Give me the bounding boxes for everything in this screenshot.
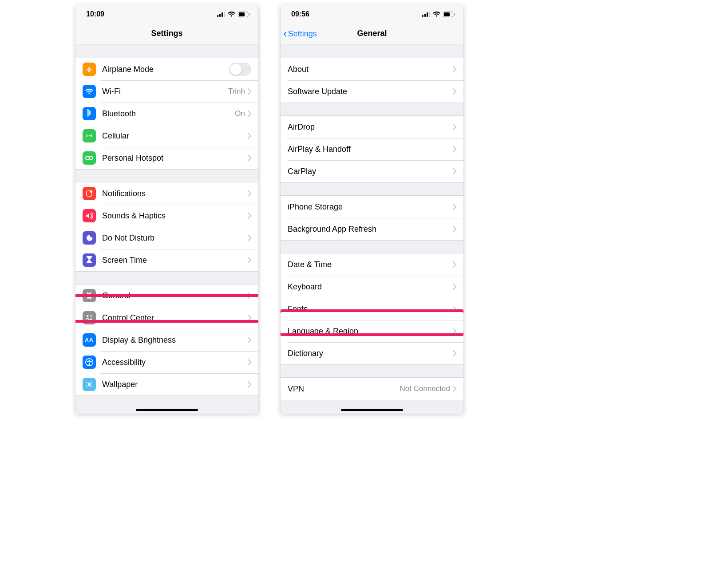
row-label: Do Not Disturb xyxy=(102,233,248,243)
row-general[interactable]: General xyxy=(75,285,258,307)
row-iphone-storage[interactable]: iPhone Storage xyxy=(281,196,463,218)
chevron-right-icon xyxy=(453,226,456,232)
row-vpn[interactable]: VPN Not Connected xyxy=(281,378,463,400)
back-button[interactable]: ‹ Settings xyxy=(283,23,317,44)
row-display-brightness[interactable]: AA Display & Brightness xyxy=(75,329,258,351)
chevron-left-icon: ‹ xyxy=(283,28,287,39)
row-screen-time[interactable]: Screen Time xyxy=(75,249,258,271)
row-label: Software Update xyxy=(288,87,453,96)
row-value: Not Connected xyxy=(400,384,450,393)
status-bar: 09:56 xyxy=(281,5,463,23)
chevron-right-icon xyxy=(453,328,456,334)
row-personal-hotspot[interactable]: Personal Hotspot xyxy=(75,147,258,169)
row-value: Trinh xyxy=(228,87,245,96)
battery-icon xyxy=(443,12,455,17)
svg-point-12 xyxy=(87,315,89,317)
airplane-toggle[interactable] xyxy=(229,63,251,76)
row-airplay-handoff[interactable]: AirPlay & Handoff xyxy=(281,138,463,160)
row-label: Wi-Fi xyxy=(102,87,228,96)
svg-rect-3 xyxy=(224,12,225,17)
general-list[interactable]: About Software Update AirDrop AirPlay & … xyxy=(281,44,463,414)
row-label: Personal Hotspot xyxy=(102,154,248,163)
row-label: Background App Refresh xyxy=(288,225,453,234)
chevron-right-icon xyxy=(453,306,456,312)
settings-list[interactable]: Airplane Mode Wi-Fi Trinh Bluetooth xyxy=(75,44,258,414)
row-label: Display & Brightness xyxy=(102,336,248,345)
nav-bar: ‹ Settings General xyxy=(281,23,463,44)
row-about[interactable]: About xyxy=(281,58,463,80)
status-time: 09:56 xyxy=(291,10,309,18)
back-label: Settings xyxy=(288,29,317,39)
chevron-right-icon xyxy=(248,359,251,365)
row-background-app-refresh[interactable]: Background App Refresh xyxy=(281,218,463,240)
row-do-not-disturb[interactable]: Do Not Disturb xyxy=(75,227,258,249)
row-software-update[interactable]: Software Update xyxy=(281,80,463,103)
row-label: Fonts xyxy=(288,304,453,314)
chevron-right-icon xyxy=(248,111,251,117)
chevron-right-icon xyxy=(453,261,456,268)
row-keyboard[interactable]: Keyboard xyxy=(281,276,463,298)
wallpaper-icon xyxy=(83,378,96,391)
row-date-time[interactable]: Date & Time xyxy=(281,253,463,276)
svg-rect-19 xyxy=(422,15,423,17)
home-indicator xyxy=(136,409,198,411)
svg-point-15 xyxy=(90,319,92,321)
row-wallpaper[interactable]: Wallpaper xyxy=(75,373,258,395)
chevron-right-icon xyxy=(248,381,251,387)
row-label: Accessibility xyxy=(102,358,248,367)
notifications-icon xyxy=(83,187,96,200)
row-label: Screen Time xyxy=(102,256,248,265)
svg-rect-6 xyxy=(249,13,249,16)
row-airplane-mode[interactable]: Airplane Mode xyxy=(75,58,258,80)
battery-icon xyxy=(238,12,249,17)
gear-icon xyxy=(83,289,96,302)
sounds-icon xyxy=(83,209,96,222)
row-label: About xyxy=(288,65,453,74)
svg-point-7 xyxy=(89,135,90,136)
page-title: Settings xyxy=(151,29,182,38)
row-language-region[interactable]: Language & Region xyxy=(281,320,463,342)
page-title: General xyxy=(357,29,387,38)
row-fonts[interactable]: Fonts xyxy=(281,298,463,320)
chevron-right-icon xyxy=(248,190,251,197)
chevron-right-icon xyxy=(453,88,456,95)
row-value: On xyxy=(235,109,245,118)
row-notifications[interactable]: Notifications xyxy=(75,182,258,205)
row-carplay[interactable]: CarPlay xyxy=(281,160,463,182)
row-label: AirPlay & Handoff xyxy=(288,145,453,154)
chevron-right-icon xyxy=(248,88,251,95)
row-label: VPN xyxy=(288,384,400,394)
screentime-icon xyxy=(83,253,96,267)
row-cellular[interactable]: Cellular xyxy=(75,125,258,147)
chevron-right-icon xyxy=(453,168,456,174)
dnd-icon xyxy=(83,231,96,245)
row-sounds-haptics[interactable]: Sounds & Haptics xyxy=(75,205,258,227)
row-bluetooth[interactable]: Bluetooth On xyxy=(75,103,258,125)
home-indicator xyxy=(341,409,403,411)
chevron-right-icon xyxy=(453,386,456,392)
row-label: iPhone Storage xyxy=(288,202,453,212)
row-airdrop[interactable]: AirDrop xyxy=(281,116,463,138)
row-label: Bluetooth xyxy=(102,109,235,119)
row-accessibility[interactable]: Accessibility xyxy=(75,351,258,373)
row-dictionary[interactable]: Dictionary xyxy=(281,342,463,364)
svg-rect-0 xyxy=(217,15,218,17)
signal-icon xyxy=(217,12,225,17)
chevron-right-icon xyxy=(453,350,456,356)
status-bar: 10:09 xyxy=(75,5,258,23)
svg-rect-5 xyxy=(239,12,245,16)
row-label: CarPlay xyxy=(288,167,453,176)
chevron-right-icon xyxy=(248,133,251,139)
row-label: AirDrop xyxy=(288,123,453,132)
general-screen: 09:56 ‹ Settings General xyxy=(281,5,463,414)
chevron-right-icon xyxy=(248,315,251,321)
chevron-right-icon xyxy=(248,257,251,263)
svg-point-11 xyxy=(90,190,92,193)
cellular-icon xyxy=(83,129,96,142)
row-control-center[interactable]: Control Center xyxy=(75,307,258,329)
accessibility-icon xyxy=(83,356,96,369)
settings-screen: 10:09 Settings xyxy=(75,5,258,414)
row-wifi[interactable]: Wi-Fi Trinh xyxy=(75,80,258,103)
svg-rect-1 xyxy=(219,14,221,17)
svg-rect-24 xyxy=(444,12,450,16)
